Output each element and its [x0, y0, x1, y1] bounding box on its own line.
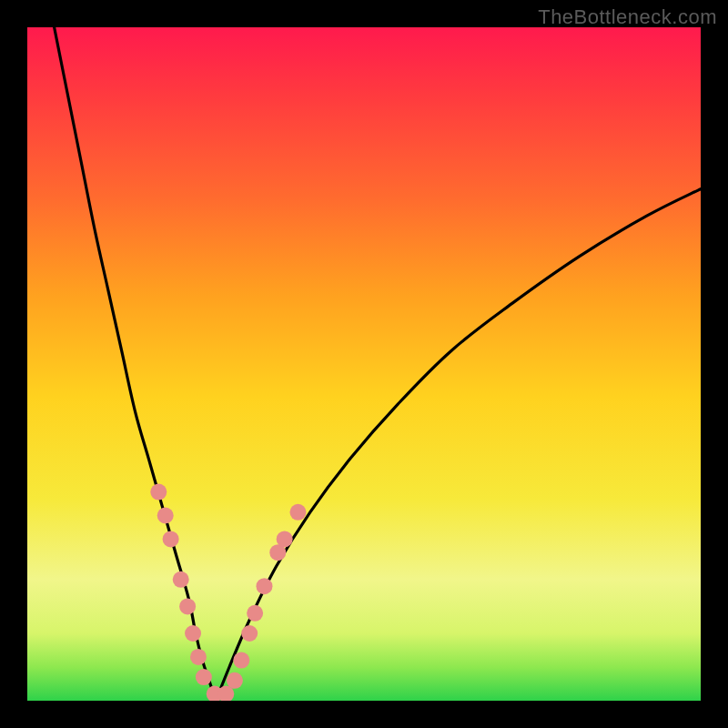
plot-area [27, 27, 701, 701]
curve-layer [27, 27, 701, 701]
marker-dot [289, 504, 306, 521]
marker-dot [277, 531, 293, 547]
marker-dot [196, 669, 212, 685]
marker-dot [163, 531, 179, 547]
chart-frame: TheBottleneck.com [0, 0, 728, 728]
watermark-text: TheBottleneck.com [538, 5, 717, 29]
marker-dot [173, 571, 189, 588]
marker-dot [190, 649, 207, 665]
marker-dot [241, 625, 258, 642]
marker-dot [185, 625, 201, 642]
marker-dot [227, 672, 243, 689]
marker-dot [179, 598, 196, 614]
marker-dot [247, 605, 263, 622]
marker-dot [150, 484, 167, 500]
marker-dot [256, 578, 272, 594]
marker-dot [157, 508, 174, 524]
marker-dot [233, 652, 249, 669]
curve-right-branch [216, 189, 701, 701]
